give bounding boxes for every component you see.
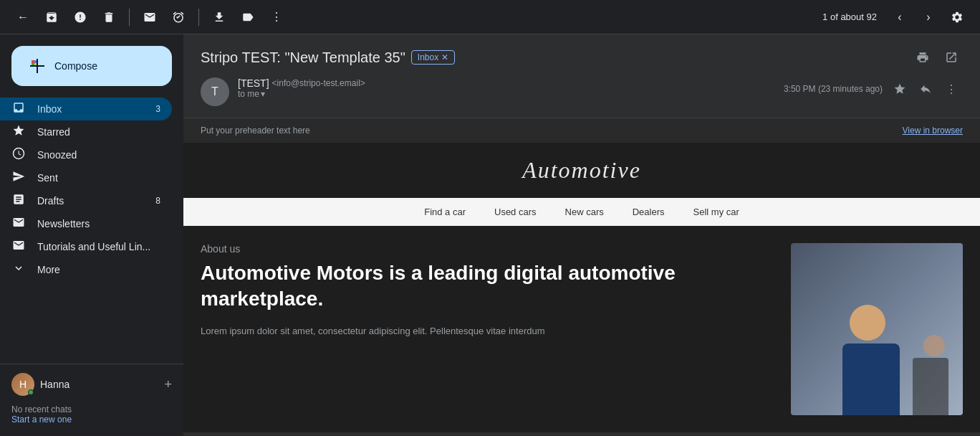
sidebar-item-newsletters-label: Newsletters — [37, 218, 160, 229]
sidebar-item-tutorials[interactable]: Tutorials and Useful Lin... — [0, 235, 172, 258]
reply-button[interactable] — [914, 77, 937, 100]
toolbar-left: ← ⋮ — [11, 6, 822, 29]
sender-actions: ⋮ — [888, 77, 963, 100]
more-actions-button[interactable]: ⋮ — [265, 6, 288, 29]
email-content: Put your preheader text here View in bro… — [183, 118, 980, 432]
sidebar-item-inbox-label: Inbox — [37, 103, 144, 115]
next-page-button[interactable]: › — [917, 6, 940, 29]
delete-button[interactable] — [97, 6, 120, 29]
page-counter: 1 of about 92 — [822, 11, 877, 22]
person-figure-bg — [913, 335, 948, 415]
to-me-row[interactable]: to me ▾ — [238, 89, 775, 99]
toolbar-right: 1 of about 92 ‹ › — [822, 6, 969, 29]
report-button[interactable] — [69, 6, 92, 29]
view-in-browser-link[interactable]: View in browser — [903, 125, 963, 136]
brand-header: Automotive — [183, 143, 980, 198]
move-button[interactable] — [208, 6, 231, 29]
email-content-section: About us Automotive Motors is a leading … — [183, 226, 980, 432]
sidebar-item-more[interactable]: More — [0, 258, 172, 281]
email-subject-left: Stripo TEST: "New Template 35" Inbox ✕ — [201, 49, 455, 66]
sidebar-item-drafts-count: 8 — [155, 196, 160, 206]
sender-info: [TEST] <info@stripo-test.email> to me ▾ — [238, 77, 775, 99]
email-more-button[interactable]: ⋮ — [940, 77, 963, 100]
email-header: Stripo TEST: "New Template 35" Inbox ✕ — [183, 34, 980, 118]
label-button[interactable] — [236, 6, 259, 29]
sidebar-item-more-label: More — [37, 264, 160, 275]
compose-label: Compose — [54, 60, 97, 72]
bg-person-body — [913, 358, 948, 415]
start-new-chat[interactable]: Start a new one — [11, 414, 172, 425]
bg-person-head — [923, 335, 945, 356]
print-button[interactable] — [911, 46, 934, 69]
snoozed-icon — [11, 147, 26, 163]
to-me-label: to me — [238, 89, 259, 99]
star-email-button[interactable] — [888, 77, 911, 100]
sidebar-item-sent[interactable]: Sent — [0, 166, 172, 189]
main-layout: Compose Inbox 3 Starred Snoozed — [0, 34, 980, 436]
no-recent-chats: No recent chats — [11, 404, 172, 414]
drafts-icon — [11, 193, 26, 209]
back-button[interactable]: ← — [11, 6, 34, 29]
email-nav-find-a-car[interactable]: Find a car — [410, 198, 480, 226]
prev-page-button[interactable]: ‹ — [888, 6, 911, 29]
about-text: Lorem ipsum dolor sit amet, consectetur … — [201, 324, 774, 339]
email-subject-row: Stripo TEST: "New Template 35" Inbox ✕ — [201, 46, 963, 69]
person-image — [791, 243, 963, 415]
snooze-button[interactable] — [167, 6, 190, 29]
sidebar-item-snoozed[interactable]: Snoozed — [0, 143, 172, 166]
open-external-button[interactable] — [940, 46, 963, 69]
sender-row: T [TEST] <info@stripo-test.email> to me … — [201, 77, 963, 106]
mark-unread-button[interactable] — [138, 6, 161, 29]
inbox-tag: Inbox ✕ — [411, 50, 455, 65]
avatar: H — [11, 373, 34, 396]
email-time: 3:50 PM (23 minutes ago) — [784, 84, 883, 94]
inbox-icon — [11, 101, 26, 117]
sidebar-item-newsletters[interactable]: Newsletters — [0, 212, 172, 235]
compose-button[interactable]: Compose — [11, 46, 172, 86]
sidebar-item-snoozed-label: Snoozed — [37, 149, 160, 161]
sidebar-item-inbox[interactable]: Inbox 3 — [0, 98, 172, 120]
sidebar-item-starred-label: Starred — [37, 126, 160, 138]
sidebar-item-inbox-count: 3 — [155, 104, 160, 114]
sidebar-item-sent-label: Sent — [37, 172, 160, 184]
sidebar-item-tutorials-label: Tutorials and Useful Lin... — [37, 241, 160, 252]
sidebar: Compose Inbox 3 Starred Snoozed — [0, 34, 183, 436]
star-icon — [11, 124, 26, 140]
newsletters-icon — [11, 216, 26, 232]
about-label: About us — [201, 243, 774, 255]
sidebar-item-drafts-label: Drafts — [37, 195, 144, 207]
email-content-left: About us Automotive Motors is a leading … — [201, 243, 774, 415]
add-chat-button[interactable]: + — [164, 377, 172, 392]
chat-user-name: Hanna — [40, 379, 158, 390]
chat-section: H Hanna + No recent chats Start a new on… — [0, 364, 183, 430]
email-nav-bar: Find a car Used cars New cars Dealers Se… — [183, 198, 980, 226]
email-body: Put your preheader text here View in bro… — [183, 118, 980, 436]
email-nav-sell-my-car[interactable]: Sell my car — [679, 198, 754, 226]
about-heading: Automotive Motors is a leading digital a… — [201, 260, 774, 313]
email-subject: Stripo TEST: "New Template 35" — [201, 49, 405, 66]
sent-icon — [11, 170, 26, 186]
email-view: Stripo TEST: "New Template 35" Inbox ✕ — [183, 34, 980, 436]
chat-user[interactable]: H Hanna + — [11, 370, 172, 399]
sender-email: <info@stripo-test.email> — [272, 78, 365, 88]
email-nav-new-cars[interactable]: New cars — [551, 198, 618, 226]
archive-button[interactable] — [40, 6, 63, 29]
divider-2 — [198, 9, 199, 26]
inbox-tag-close[interactable]: ✕ — [441, 52, 448, 62]
email-header-icons — [911, 46, 963, 69]
settings-button[interactable] — [946, 6, 969, 29]
online-indicator — [28, 389, 34, 395]
inbox-tag-label: Inbox — [418, 52, 438, 62]
email-nav-used-cars[interactable]: Used cars — [480, 198, 551, 226]
email-nav-dealers[interactable]: Dealers — [618, 198, 679, 226]
to-me-chevron-icon: ▾ — [261, 89, 265, 99]
sidebar-item-drafts[interactable]: Drafts 8 — [0, 189, 172, 212]
brand-name: Automotive — [198, 157, 966, 184]
preheader-row: Put your preheader text here View in bro… — [183, 118, 980, 143]
email-content-right — [791, 243, 963, 415]
sender-name: [TEST] — [238, 77, 269, 89]
person-figure-main — [842, 305, 900, 415]
more-chevron-icon — [11, 262, 26, 278]
sender-name-row: [TEST] <info@stripo-test.email> — [238, 77, 775, 89]
sidebar-item-starred[interactable]: Starred — [0, 120, 172, 143]
